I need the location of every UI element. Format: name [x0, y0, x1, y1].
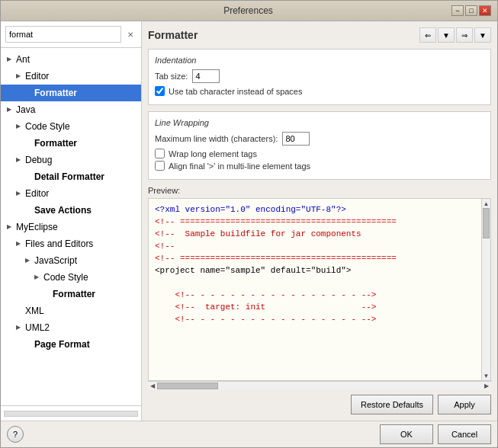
- tree-item-ant-formatter[interactable]: Formatter: [1, 85, 141, 101]
- search-input[interactable]: [5, 26, 121, 43]
- tree-container: ▶Ant▶EditorFormatter▶Java▶Code StyleForm…: [1, 51, 141, 353]
- preview-line: <!--: [155, 242, 180, 251]
- tree: ▶Ant▶EditorFormatter▶Java▶Code StyleForm…: [1, 48, 141, 405]
- left-scroll-bar: [1, 405, 141, 421]
- tree-arrow-icon: ▶: [16, 69, 24, 83]
- tree-arrow-icon: ▶: [25, 254, 33, 267]
- maximize-button[interactable]: □: [465, 5, 477, 16]
- tree-arrow-icon: ▶: [16, 153, 24, 167]
- scroll-track[interactable]: [482, 208, 490, 371]
- tab-size-row: Tab size:: [155, 69, 484, 83]
- preview-line: <!-- - - - - - - - - - - - - - - - - -->: [155, 290, 376, 299]
- tree-item-java-detailformatter[interactable]: Detail Formatter: [1, 168, 141, 185]
- help-button[interactable]: ?: [7, 426, 24, 443]
- align-final-row: Align final '>' in multi-line element ta…: [155, 161, 484, 171]
- tree-item-java-editor[interactable]: ▶Editor: [1, 185, 141, 202]
- back-button[interactable]: ⇐: [419, 27, 436, 43]
- tree-item-label: Formatter: [53, 287, 95, 301]
- dialog-title: Preferences: [45, 5, 451, 16]
- forward-button[interactable]: ⇒: [456, 27, 473, 43]
- tree-item-ant-editor[interactable]: ▶Editor: [1, 68, 141, 85]
- dialog-content: ✕ ▶Ant▶EditorFormatter▶Java▶Code StyleFo…: [1, 21, 497, 421]
- preview-line: <!-- - - - - - - - - - - - - - - - - -->: [155, 315, 376, 324]
- preview-hscrollbar[interactable]: ◀ ▶: [148, 381, 491, 390]
- apply-button[interactable]: Apply: [438, 395, 491, 414]
- restore-defaults-button[interactable]: Restore Defaults: [351, 395, 433, 414]
- tree-item-java-codestyle[interactable]: ▶Code Style: [1, 118, 141, 135]
- tree-item-java-debug[interactable]: ▶Debug: [1, 152, 141, 168]
- tree-item-me-pageformat[interactable]: Page Format: [1, 336, 141, 353]
- tree-item-java-saveactions[interactable]: Save Actions: [1, 202, 141, 219]
- line-wrapping-label: Line Wrapping: [155, 118, 484, 127]
- preview-line: <!-- ===================================…: [155, 217, 397, 226]
- tree-item-label: Save Actions: [34, 203, 92, 217]
- preview-line: <!-- ===================================…: [155, 254, 397, 263]
- tree-item-java[interactable]: ▶Java: [1, 101, 141, 118]
- tree-item-me-fileseditors[interactable]: ▶Files and Editors: [1, 235, 141, 252]
- tree-arrow-icon: ▶: [16, 237, 24, 251]
- right-header: Formatter ⇐ ▼ ⇒ ▼: [148, 27, 491, 43]
- horizontal-scrollbar[interactable]: [4, 411, 138, 417]
- hscroll-track[interactable]: [157, 382, 482, 390]
- tree-item-label: Ant: [16, 53, 30, 66]
- max-width-label: Maximum line width (characters):: [155, 134, 278, 143]
- max-width-row: Maximum line width (characters):: [155, 132, 484, 146]
- scroll-up-icon[interactable]: ▲: [482, 199, 490, 208]
- tree-item-label: JavaScript: [34, 254, 77, 267]
- tree-item-ant[interactable]: ▶Ant: [1, 51, 141, 68]
- preview-scrollbar[interactable]: ▲ ▼: [481, 199, 490, 380]
- scroll-thumb[interactable]: [483, 208, 490, 238]
- window-controls: − □ ✕: [451, 5, 491, 16]
- use-tab-row: Use tab character instead of spaces: [155, 86, 484, 96]
- tree-item-label: Debug: [25, 153, 52, 167]
- indentation-label: Indentation: [155, 56, 484, 65]
- wrap-long-row: Wrap long element tags: [155, 149, 484, 158]
- tree-item-label: Editor: [25, 187, 49, 200]
- tree-item-label: Code Style: [43, 270, 88, 284]
- tree-item-java-formatter[interactable]: Formatter: [1, 135, 141, 152]
- align-final-checkbox[interactable]: [155, 161, 165, 171]
- wrap-long-label: Wrap long element tags: [169, 149, 257, 158]
- cancel-button[interactable]: Cancel: [438, 424, 491, 444]
- scroll-left-icon[interactable]: ◀: [148, 382, 157, 390]
- search-clear-icon[interactable]: ✕: [124, 28, 137, 40]
- wrap-long-checkbox[interactable]: [155, 149, 165, 158]
- max-width-input[interactable]: [282, 132, 310, 146]
- scroll-down-icon[interactable]: ▼: [482, 371, 490, 380]
- preview-box: <?xml version="1.0" encoding="UTF-8"?> <…: [148, 198, 491, 381]
- tree-item-me-xml[interactable]: XML: [1, 302, 141, 319]
- bottom-right-buttons: OK Cancel: [380, 424, 491, 444]
- right-panel: Formatter ⇐ ▼ ⇒ ▼ Indentation Tab size: …: [142, 21, 497, 421]
- tree-item-label: Detail Formatter: [34, 170, 104, 184]
- tree-arrow-icon: ▶: [7, 103, 14, 117]
- dropdown-button[interactable]: ▼: [438, 27, 455, 43]
- scroll-right-icon[interactable]: ▶: [482, 382, 491, 390]
- preview-line: <project name="sample" default="build">: [155, 266, 351, 275]
- tree-item-label: XML: [25, 304, 44, 318]
- toolbar: ⇐ ▼ ⇒ ▼: [419, 27, 491, 43]
- close-button[interactable]: ✕: [479, 5, 491, 16]
- search-bar: ✕: [1, 21, 141, 48]
- tree-arrow-icon: ▶: [16, 120, 24, 133]
- minimize-button[interactable]: −: [451, 5, 464, 16]
- tree-item-me-javascript[interactable]: ▶JavaScript: [1, 252, 141, 269]
- preview-label: Preview:: [148, 186, 491, 195]
- line-wrapping-section: Line Wrapping Maximum line width (charac…: [148, 111, 491, 180]
- bottom-bar: ? OK Cancel: [1, 421, 497, 447]
- tree-arrow-icon: ▶: [7, 220, 14, 234]
- tree-item-me-js-formatter[interactable]: Formatter: [1, 286, 141, 302]
- tree-item-me-uml2[interactable]: ▶UML2: [1, 319, 141, 336]
- title-bar: Preferences − □ ✕: [1, 1, 497, 21]
- hscroll-thumb[interactable]: [157, 382, 218, 389]
- toolbar-dropdown-button[interactable]: ▼: [474, 27, 491, 43]
- tree-item-myeclipse[interactable]: ▶MyEclipse: [1, 219, 141, 235]
- preview-content[interactable]: <?xml version="1.0" encoding="UTF-8"?> <…: [149, 199, 481, 380]
- tree-item-label: MyEclipse: [16, 220, 58, 234]
- use-tab-checkbox[interactable]: [155, 86, 165, 96]
- tab-size-input[interactable]: [192, 69, 220, 83]
- ok-button[interactable]: OK: [380, 424, 433, 444]
- tree-item-me-js-codestyle[interactable]: ▶Code Style: [1, 269, 141, 286]
- tree-item-label: Files and Editors: [25, 237, 93, 251]
- tree-item-label: Editor: [25, 69, 49, 83]
- tree-arrow-icon: ▶: [7, 53, 14, 66]
